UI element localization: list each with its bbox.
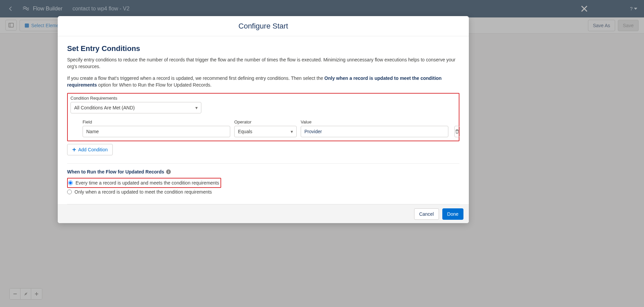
- condition-requirements-value: All Conditions Are Met (AND): [74, 105, 135, 110]
- radio-only-when-label: Only when a record is updated to meet th…: [75, 189, 212, 195]
- condition-row: Field Name Operator Equals ▾ Value: [70, 119, 456, 137]
- field-column: Field Name: [83, 119, 230, 137]
- radio-option-1[interactable]: Every time a record is updated and meets…: [68, 179, 219, 187]
- modal-header: Configure Start: [58, 16, 469, 36]
- modal-footer: Cancel Done: [58, 204, 469, 223]
- done-button[interactable]: Done: [442, 208, 463, 220]
- chevron-down-icon: ▾: [291, 129, 293, 134]
- condition-requirements-select[interactable]: All Conditions Are Met (AND) ▾: [70, 102, 201, 113]
- chevron-down-icon: ▾: [195, 105, 198, 110]
- value-label: Value: [301, 119, 448, 124]
- operator-column: Operator Equals ▾: [234, 119, 297, 137]
- delete-condition-button[interactable]: [454, 126, 460, 137]
- value-column: Value: [301, 119, 448, 137]
- section-heading: Set Entry Conditions: [67, 44, 459, 53]
- separator: [67, 163, 459, 164]
- operator-value: Equals: [238, 129, 252, 134]
- description-2: If you create a flow that's triggered wh…: [67, 75, 459, 89]
- field-select[interactable]: Name: [83, 126, 230, 137]
- radio-every-time-label: Every time a record is updated and meets…: [76, 180, 219, 186]
- configure-start-modal: Configure Start Set Entry Conditions Spe…: [58, 16, 469, 223]
- radio-only-when[interactable]: [67, 190, 72, 194]
- modal-body: Set Entry Conditions Specify entry condi…: [58, 36, 469, 204]
- field-value: Name: [86, 129, 99, 134]
- operator-label: Operator: [234, 119, 297, 124]
- condition-requirements-label: Condition Requirements: [70, 96, 456, 101]
- add-condition-button[interactable]: Add Condition: [67, 144, 113, 155]
- radio-every-time[interactable]: [68, 181, 73, 185]
- modal-title: Configure Start: [239, 22, 288, 31]
- cancel-button[interactable]: Cancel: [414, 208, 439, 220]
- info-icon[interactable]: i: [166, 169, 171, 174]
- operator-select[interactable]: Equals ▾: [234, 126, 297, 137]
- condition-requirements-section: Condition Requirements All Conditions Ar…: [67, 93, 459, 141]
- description-1: Specify entry conditions to reduce the n…: [67, 56, 459, 70]
- radio-option-1-highlight: Every time a record is updated and meets…: [67, 178, 221, 188]
- radio-option-2[interactable]: Only when a record is updated to meet th…: [67, 188, 459, 196]
- when-to-run-title: When to Run the Flow for Updated Records…: [67, 169, 459, 174]
- value-input[interactable]: [301, 126, 448, 137]
- field-label: Field: [83, 119, 230, 124]
- add-condition-label: Add Condition: [78, 147, 108, 152]
